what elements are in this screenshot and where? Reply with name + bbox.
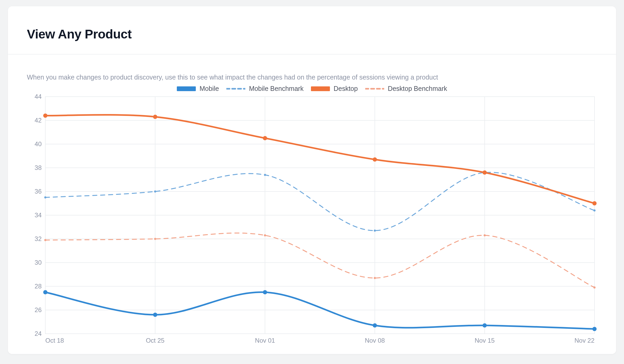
legend-label-desktop: Desktop — [334, 85, 358, 92]
data-point[interactable] — [482, 170, 487, 175]
chart-container: 2426283032343638404244Oct 18Oct 25Nov 01… — [27, 94, 597, 347]
y-tick-label: 44 — [35, 94, 42, 100]
data-point[interactable] — [592, 327, 597, 331]
data-point[interactable] — [44, 196, 46, 199]
data-point[interactable] — [373, 158, 377, 162]
series-line — [45, 233, 594, 288]
y-tick-label: 26 — [35, 306, 42, 313]
data-point[interactable] — [264, 174, 266, 176]
data-point[interactable] — [154, 238, 156, 240]
y-tick-label: 38 — [35, 164, 42, 171]
panel-header: View Any Product — [8, 6, 616, 55]
data-point[interactable] — [374, 277, 376, 279]
data-point[interactable] — [43, 114, 47, 118]
data-point[interactable] — [154, 190, 156, 193]
panel-title: View Any Product — [27, 27, 597, 41]
series-line — [45, 172, 594, 230]
data-point[interactable] — [593, 209, 596, 211]
line-chart: 2426283032343638404244Oct 18Oct 25Nov 01… — [27, 94, 597, 347]
data-point[interactable] — [263, 136, 267, 140]
data-point[interactable] — [482, 323, 487, 328]
legend-item-mobile[interactable]: Mobile — [177, 85, 219, 92]
x-tick-label: Nov 22 — [574, 337, 594, 344]
data-point[interactable] — [593, 287, 596, 289]
data-point[interactable] — [373, 323, 377, 328]
x-tick-label: Nov 01 — [255, 337, 275, 344]
y-tick-label: 36 — [35, 188, 42, 195]
legend-swatch-desktop-benchmark — [365, 86, 384, 91]
data-point[interactable] — [153, 115, 157, 119]
data-point[interactable] — [484, 234, 486, 237]
data-point[interactable] — [263, 290, 267, 294]
y-tick-label: 24 — [35, 330, 42, 337]
series-line — [45, 292, 594, 329]
series-line — [45, 115, 594, 203]
data-point[interactable] — [264, 234, 266, 237]
legend-swatch-mobile-benchmark — [226, 86, 245, 91]
x-tick-label: Oct 18 — [45, 337, 64, 344]
x-tick-label: Oct 25 — [146, 337, 164, 344]
chart-legend: Mobile Mobile Benchmark Desktop Desktop … — [27, 85, 597, 92]
data-point[interactable] — [44, 239, 46, 241]
legend-swatch-mobile — [177, 86, 196, 91]
legend-label-mobile-benchmark: Mobile Benchmark — [249, 85, 304, 92]
legend-item-desktop-benchmark[interactable]: Desktop Benchmark — [365, 85, 447, 92]
legend-swatch-desktop — [311, 86, 330, 91]
y-tick-label: 30 — [35, 259, 42, 266]
y-tick-label: 28 — [35, 283, 42, 290]
y-tick-label: 34 — [35, 211, 42, 219]
data-point[interactable] — [592, 201, 597, 205]
chart-subtitle: When you make changes to product discove… — [27, 73, 597, 81]
y-tick-label: 42 — [35, 117, 42, 124]
legend-label-mobile: Mobile — [199, 85, 219, 92]
data-point[interactable] — [374, 230, 376, 232]
legend-label-desktop-benchmark: Desktop Benchmark — [388, 85, 447, 92]
panel-body: When you make changes to product discove… — [8, 55, 616, 354]
y-tick-label: 40 — [35, 140, 42, 147]
y-tick-label: 32 — [35, 235, 42, 242]
chart-panel: View Any Product When you make changes t… — [8, 6, 616, 354]
data-point[interactable] — [43, 290, 47, 294]
x-tick-label: Nov 15 — [475, 337, 495, 344]
legend-item-desktop[interactable]: Desktop — [311, 85, 358, 92]
data-point[interactable] — [153, 313, 157, 317]
legend-item-mobile-benchmark[interactable]: Mobile Benchmark — [226, 85, 304, 92]
x-tick-label: Nov 08 — [365, 337, 385, 344]
